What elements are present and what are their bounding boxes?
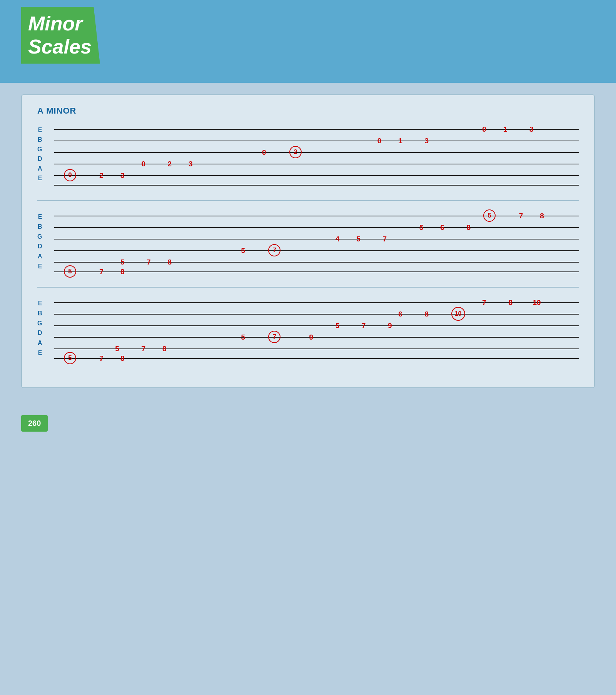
note-b-0: 0	[377, 137, 382, 144]
string-e-high	[54, 129, 579, 130]
string-label-e2-d3: E	[37, 348, 44, 358]
page-body: A MINOR E B G D A E	[0, 83, 616, 404]
string-b	[54, 141, 579, 141]
note-g2-7: 7	[382, 235, 387, 243]
string-g-d3	[54, 325, 579, 326]
note-d3-7: 7	[268, 331, 280, 343]
tab-diagram-1: E B G D A E 0	[37, 125, 579, 185]
note-d2-7: 7	[268, 244, 280, 256]
note-elow-7: 7	[99, 268, 104, 275]
note-b3-6: 6	[398, 310, 402, 318]
note-g3-9: 9	[388, 322, 392, 329]
string-e-low-d2	[54, 271, 579, 272]
note-d-2: 2	[168, 160, 172, 167]
note-a3-5: 5	[115, 345, 119, 352]
section-title: A MINOR	[37, 106, 579, 116]
string-label-e2-d2: E	[37, 261, 44, 271]
content-card: A MINOR E B G D A E	[21, 94, 595, 388]
string-label-b-d2: B	[37, 222, 44, 232]
note-d2-5: 5	[241, 247, 245, 254]
string-a-d2	[54, 262, 579, 263]
page-footer: 260	[0, 404, 616, 443]
page-header: Minor Scales	[0, 0, 616, 83]
string-label-e1-d2: E	[37, 212, 44, 222]
title-box: Minor Scales	[21, 7, 100, 64]
note-ehigh3-7: 7	[482, 299, 486, 306]
note-a2-7: 7	[147, 258, 151, 266]
note-a-2: 2	[99, 172, 104, 179]
note-g-0: 0	[262, 149, 266, 156]
note-d3-5: 5	[241, 333, 245, 341]
string-label-g-d3: G	[37, 318, 44, 328]
string-label-e1: E	[37, 125, 44, 135]
note-e1-3: 3	[529, 126, 534, 133]
string-g-d2	[54, 239, 579, 239]
note-d-3: 3	[189, 160, 193, 167]
note-a-3: 3	[120, 172, 125, 179]
string-a	[54, 175, 579, 176]
string-e-high-d2	[54, 216, 579, 216]
page-number: 260	[21, 415, 48, 432]
string-a-d3	[54, 348, 579, 349]
note-a2-5: 5	[120, 258, 125, 266]
string-b-d2	[54, 227, 579, 228]
note-a2-8: 8	[168, 258, 172, 266]
string-label-g-d2: G	[37, 232, 44, 242]
string-d-d3	[54, 337, 579, 338]
string-g	[54, 152, 579, 153]
note-b3-10: 10	[451, 307, 465, 321]
string-label-e1-d3: E	[37, 298, 44, 308]
divider-1	[37, 200, 579, 201]
note-a3-8: 8	[162, 345, 167, 352]
note-ehigh3-10: 10	[533, 299, 541, 306]
note-g-2: 2	[289, 146, 302, 158]
note-b3-8: 8	[424, 310, 429, 318]
note-d-0: 0	[141, 160, 145, 167]
note-e1-0: 0	[482, 126, 486, 133]
tab-diagram-3: E B G D A E 5 7 8	[37, 298, 579, 358]
note-elow3-7: 7	[99, 355, 104, 362]
string-label-g: G	[37, 144, 44, 154]
tab-diagram-2: E B G D A E 5 7 8	[37, 212, 579, 271]
string-b-d3	[54, 314, 579, 315]
string-label-e2: E	[37, 173, 44, 183]
note-b2-8: 8	[466, 224, 471, 231]
string-label-d-d2: D	[37, 241, 44, 251]
note-elow3-8: 8	[120, 355, 125, 362]
note-a3-7: 7	[141, 345, 145, 352]
note-ehigh2-7: 7	[519, 212, 523, 219]
string-label-a-d3: A	[37, 338, 44, 348]
note-ehigh2-8: 8	[540, 212, 544, 219]
page-title: Minor Scales	[28, 12, 92, 59]
note-e1-1: 1	[503, 126, 507, 133]
note-elow-5: 5	[64, 265, 76, 278]
note-d3-9: 9	[309, 333, 314, 341]
note-g2-4: 4	[336, 235, 340, 243]
string-label-d: D	[37, 154, 44, 164]
string-label-a-d2: A	[37, 251, 44, 261]
note-a-0: 0	[64, 169, 76, 181]
string-d	[54, 164, 579, 164]
note-b-1: 1	[398, 137, 402, 144]
string-e-high-d3	[54, 302, 579, 303]
string-e-low-d3	[54, 358, 579, 359]
tab-system-3: 5 7 8 5 7 8 5 7 9 5 7 9 6	[54, 298, 579, 358]
divider-2	[37, 287, 579, 288]
note-elow-8: 8	[120, 268, 125, 275]
note-ehigh2-5: 5	[483, 209, 496, 222]
note-elow3-5: 5	[64, 352, 76, 364]
note-b2-5: 5	[419, 224, 424, 231]
note-g2-5: 5	[356, 235, 361, 243]
note-g3-5: 5	[336, 322, 340, 329]
string-label-b: B	[37, 135, 44, 144]
string-d-d2	[54, 250, 579, 251]
note-ehigh3-8: 8	[509, 299, 513, 306]
string-label-d-d3: D	[37, 328, 44, 338]
note-b2-6: 6	[440, 224, 444, 231]
note-b-3: 3	[424, 137, 429, 144]
tab-system-2: 5 7 8 5 7 8 5 7 4 5 7 5 6	[54, 212, 579, 271]
string-label-b-d3: B	[37, 308, 44, 318]
note-g3-7: 7	[362, 322, 366, 329]
string-label-a: A	[37, 164, 44, 173]
tab-system-1: 0 2 3 0 2 3 0 2 0 1 3 0 1	[54, 125, 579, 185]
